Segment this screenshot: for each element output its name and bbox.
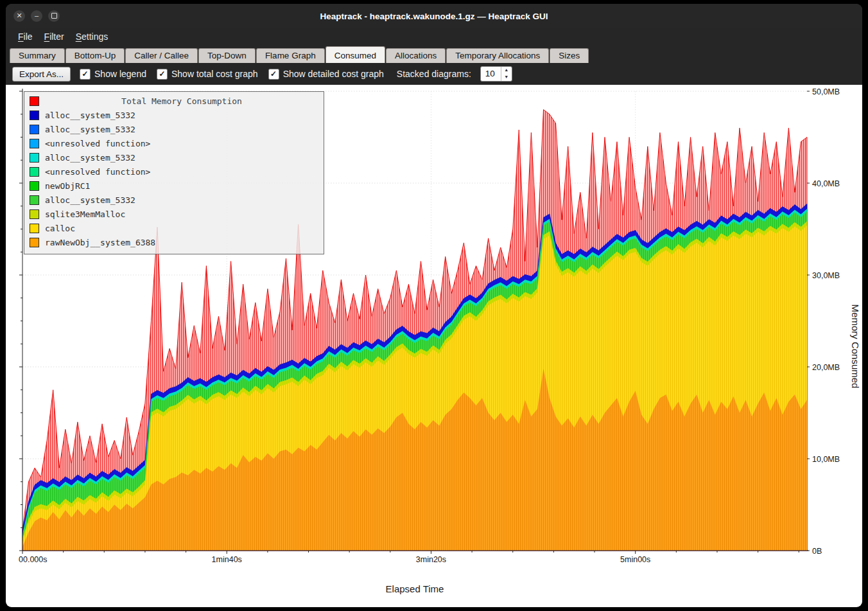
- svg-text:0B: 0B: [812, 547, 822, 556]
- legend-swatch-icon: [30, 209, 39, 219]
- stacked-diagrams-spinbox[interactable]: 10 ▲ ▼: [480, 66, 512, 82]
- heaptrack-window: ✕ – Heaptrack - heaptrack.wakunode.1.gz …: [6, 4, 862, 607]
- legend-item: <unresolved function>: [30, 164, 318, 179]
- tab-flame-graph[interactable]: Flame Graph: [256, 48, 325, 63]
- checkbox-label: Show total cost graph: [171, 69, 258, 79]
- export-as-button[interactable]: Export As...: [12, 67, 71, 82]
- legend-swatch-icon: [30, 139, 39, 148]
- legend-item-label: alloc__system_5332: [45, 125, 135, 134]
- legend-swatch-icon: [30, 111, 39, 120]
- menu-filter[interactable]: Filter: [39, 30, 70, 43]
- legend-swatch-icon: [30, 181, 39, 191]
- svg-text:5min00s: 5min00s: [620, 555, 650, 564]
- legend-item: sqlite3MemMalloc: [30, 207, 318, 221]
- legend-item: <unresolved function>: [30, 136, 318, 150]
- legend-item-label: sqlite3MemMalloc: [45, 209, 125, 219]
- legend-item-label: alloc__system_5332: [45, 195, 135, 205]
- window-title: Heaptrack - heaptrack.wakunode.1.gz — He…: [6, 12, 862, 21]
- toolbar-checkboxes: ✓Show legend✓Show total cost graph✓Show …: [80, 69, 384, 80]
- legend-item: calloc: [30, 221, 318, 235]
- legend-swatch-icon: [30, 238, 39, 247]
- menu-bar: FileFilterSettings: [6, 28, 862, 45]
- consumed-chart-panel: 0B10,0MB20,0MB30,0MB40,0MB50,0MB00.000s1…: [6, 85, 862, 607]
- svg-text:40,0MB: 40,0MB: [812, 179, 840, 188]
- checkbox-check-icon: ✓: [157, 69, 168, 80]
- svg-text:00.000s: 00.000s: [19, 555, 47, 564]
- minimize-icon: –: [35, 12, 39, 19]
- spin-down-icon[interactable]: ▼: [501, 74, 512, 81]
- svg-text:30,0MB: 30,0MB: [812, 271, 840, 280]
- tab-consumed[interactable]: Consumed: [326, 46, 385, 63]
- legend-item: newObjRC1: [30, 179, 318, 193]
- svg-text:1min40s: 1min40s: [212, 555, 242, 564]
- legend-item-label: alloc__system_5332: [45, 153, 135, 163]
- legend-item-label: rawNewObj__system_6388: [45, 238, 155, 247]
- legend-title-row: Total Memory Consumption: [30, 94, 318, 108]
- legend-item-label: <unresolved function>: [45, 139, 150, 148]
- chart-legend[interactable]: Total Memory Consumptionalloc__system_53…: [24, 91, 324, 254]
- tab-bar: SummaryBottom-UpCaller / CalleeTop-DownF…: [6, 45, 862, 63]
- legend-item: rawNewObj__system_6388: [30, 235, 318, 249]
- legend-item: alloc__system_5332: [30, 122, 318, 136]
- svg-text:10,0MB: 10,0MB: [812, 455, 840, 464]
- titlebar[interactable]: ✕ – Heaptrack - heaptrack.wakunode.1.gz …: [6, 4, 862, 28]
- tab-caller-callee[interactable]: Caller / Callee: [125, 48, 198, 63]
- tab-allocations[interactable]: Allocations: [386, 48, 446, 63]
- legend-item-label: newObjRC1: [45, 181, 90, 191]
- menu-settings[interactable]: Settings: [70, 30, 114, 43]
- checkbox-show-legend[interactable]: ✓Show legend: [80, 69, 146, 80]
- close-icon: ✕: [16, 12, 22, 19]
- tab-bottom-up[interactable]: Bottom-Up: [65, 48, 125, 63]
- toolbar: Export As... ✓Show legend✓Show total cos…: [6, 63, 862, 85]
- svg-text:50,0MB: 50,0MB: [812, 87, 840, 96]
- checkbox-label: Show legend: [94, 69, 146, 79]
- legend-item: alloc__system_5332: [30, 193, 318, 207]
- maximize-button[interactable]: [48, 10, 60, 22]
- legend-item-label: alloc__system_5332: [45, 111, 135, 120]
- legend-swatch-icon: [30, 195, 39, 205]
- checkbox-label: Show detailed cost graph: [283, 69, 384, 79]
- tab-top-down[interactable]: Top-Down: [198, 48, 256, 63]
- legend-swatch-icon: [30, 125, 39, 134]
- legend-item: alloc__system_5332: [30, 150, 318, 164]
- checkbox-check-icon: ✓: [268, 69, 279, 80]
- checkbox-show-total-cost-graph[interactable]: ✓Show total cost graph: [157, 69, 258, 80]
- tab-sizes[interactable]: Sizes: [550, 48, 589, 63]
- checkbox-show-detailed-cost-graph[interactable]: ✓Show detailed cost graph: [268, 69, 384, 80]
- legend-swatch-icon: [30, 167, 39, 177]
- svg-text:3min20s: 3min20s: [416, 555, 446, 564]
- legend-swatch-icon: [30, 96, 39, 106]
- minimize-button[interactable]: –: [31, 10, 42, 22]
- legend-title: Total Memory Consumption: [45, 96, 318, 106]
- svg-text:20,0MB: 20,0MB: [812, 363, 840, 372]
- checkbox-check-icon: ✓: [80, 69, 91, 80]
- stacked-diagrams-label: Stacked diagrams:: [397, 69, 471, 79]
- maximize-icon: [51, 13, 57, 19]
- spinbox-value: 10: [481, 67, 501, 81]
- spinbox-arrows: ▲ ▼: [501, 67, 512, 81]
- legend-item-label: <unresolved function>: [45, 167, 150, 177]
- window-controls: ✕ –: [13, 4, 60, 28]
- y-axis-title: Memory Consumed: [850, 304, 861, 388]
- legend-item: alloc__system_5332: [30, 108, 318, 122]
- legend-swatch-icon: [30, 224, 39, 233]
- spin-up-icon[interactable]: ▲: [501, 67, 512, 74]
- tab-summary[interactable]: Summary: [10, 48, 65, 63]
- legend-item-label: calloc: [45, 224, 75, 233]
- legend-swatch-icon: [30, 153, 39, 163]
- menu-file[interactable]: File: [12, 30, 39, 43]
- tab-temporary-allocations[interactable]: Temporary Allocations: [446, 48, 549, 63]
- x-axis-title: Elapsed Time: [22, 583, 807, 594]
- close-button[interactable]: ✕: [13, 10, 25, 22]
